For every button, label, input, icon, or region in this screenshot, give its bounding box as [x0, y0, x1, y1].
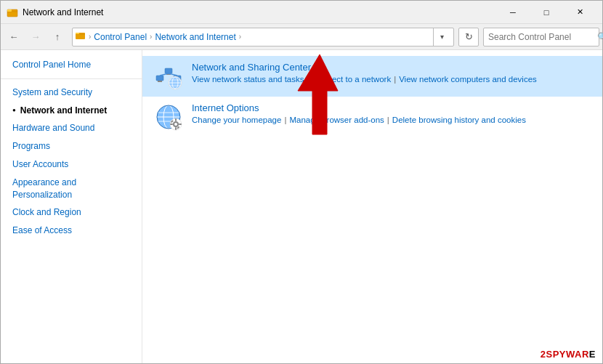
internet-options-icon	[154, 102, 183, 132]
watermark-black: E	[589, 349, 596, 360]
crumb-separator-1: ›	[150, 33, 152, 41]
sidebar-divider-1	[1, 78, 142, 79]
panel-item-internet-options[interactable]: Internet Options Change your homepage | …	[142, 97, 602, 137]
internet-options-title[interactable]: Internet Options	[192, 102, 591, 113]
delete-browsing-history-link[interactable]: Delete browsing history and cookies	[392, 116, 526, 124]
address-bar[interactable]: › Control Panel › Network and Internet ›…	[72, 28, 454, 46]
svg-rect-4	[156, 76, 163, 81]
crumb-network-internet[interactable]: Network and Internet	[155, 32, 235, 42]
link-separator-4: |	[387, 116, 389, 124]
forward-button[interactable]: →	[25, 27, 46, 47]
sidebar-item-control-panel-home[interactable]: Control Panel Home	[1, 56, 142, 74]
sidebar-item-label: Programs	[12, 140, 50, 153]
sidebar-item-ease-of-access[interactable]: Ease of Access	[1, 222, 142, 240]
sidebar-item-network-and-internet[interactable]: Network and Internet	[1, 102, 142, 120]
minimize-button[interactable]: ─	[496, 1, 530, 24]
main-panel: Network and Sharing Center View network …	[142, 50, 602, 363]
sidebar-item-hardware-and-sound[interactable]: Hardware and Sound	[1, 119, 142, 137]
breadcrumb: › Control Panel › Network and Internet ›	[89, 32, 433, 42]
crumb-separator-2: ›	[239, 33, 241, 41]
up-button[interactable]: ↑	[47, 27, 68, 47]
address-folder-icon	[76, 31, 86, 43]
sidebar-item-system-and-security[interactable]: System and Security	[1, 84, 142, 102]
address-dropdown-button[interactable]: ▾	[433, 28, 450, 46]
view-network-computers-link[interactable]: View network computers and devices	[399, 75, 537, 84]
crumb-separator-0: ›	[89, 33, 91, 41]
sidebar-item-label: Appearance and Personalization	[12, 177, 133, 201]
internet-options-links: Change your homepage | Manage browser ad…	[192, 116, 591, 124]
search-bar[interactable]: 🔍	[483, 28, 599, 46]
connect-to-network-link[interactable]: Connect to a network	[312, 75, 391, 84]
sidebar-item-label: Clock and Region	[12, 206, 81, 219]
svg-rect-28	[175, 127, 177, 130]
close-button[interactable]: ✕	[563, 1, 596, 24]
sidebar-item-programs[interactable]: Programs	[1, 137, 142, 155]
crumb-control-panel[interactable]: Control Panel	[94, 32, 147, 42]
svg-rect-29	[170, 124, 173, 125]
sidebar-item-label: Network and Internet	[20, 105, 107, 117]
svg-rect-6	[165, 68, 172, 73]
panel-item-network-sharing-center[interactable]: Network and Sharing Center View network …	[142, 56, 602, 97]
search-icon: 🔍	[597, 32, 603, 42]
network-sharing-center-content: Network and Sharing Center View network …	[192, 62, 591, 84]
window-controls: ─ □ ✕	[496, 1, 596, 24]
network-sharing-center-icon	[154, 62, 183, 91]
internet-options-content: Internet Options Change your homepage | …	[192, 102, 591, 124]
svg-rect-5	[158, 81, 162, 82]
sidebar-item-appearance-and-personalization[interactable]: Appearance and Personalization	[1, 174, 142, 204]
maximize-button[interactable]: □	[530, 1, 563, 24]
refresh-button[interactable]: ↻	[458, 28, 479, 46]
sidebar-item-label: System and Security	[12, 86, 92, 99]
sidebar-item-label: Ease of Access	[12, 225, 72, 237]
network-sharing-center-title[interactable]: Network and Sharing Center	[192, 62, 591, 73]
svg-point-26	[174, 123, 177, 126]
change-homepage-link[interactable]: Change your homepage	[192, 116, 281, 124]
link-separator-3: |	[284, 116, 286, 124]
sidebar-item-label: User Accounts	[12, 158, 68, 171]
view-network-status-link[interactable]: View network status and tasks	[192, 75, 304, 84]
sidebar-item-clock-and-region[interactable]: Clock and Region	[1, 203, 142, 222]
svg-rect-27	[175, 118, 177, 121]
manage-browser-addons-link[interactable]: Manage browser add-ons	[289, 116, 384, 124]
title-bar: Network and Internet ─ □ ✕	[1, 1, 602, 24]
svg-rect-30	[179, 124, 182, 125]
navigation-bar: ← → ↑ › Control Panel › Network and Inte…	[1, 24, 602, 50]
network-sharing-center-links: View network status and tasks | Connect …	[192, 75, 591, 84]
link-separator-2: |	[394, 75, 396, 84]
sidebar-item-label: Hardware and Sound	[12, 122, 94, 134]
link-separator-1: |	[307, 75, 309, 84]
sidebar-item-label: Control Panel Home	[12, 59, 91, 71]
watermark: 2SPYWARE	[541, 349, 596, 360]
watermark-colored: 2SPYWAR	[541, 349, 589, 360]
main-window: Network and Internet ─ □ ✕ ← → ↑ › Contr…	[0, 0, 603, 364]
window-icon	[7, 7, 18, 18]
back-button[interactable]: ←	[4, 27, 24, 47]
sidebar: Control Panel Home System and Security N…	[1, 50, 142, 363]
svg-rect-3	[76, 33, 79, 34]
content-area: Control Panel Home System and Security N…	[1, 50, 602, 363]
sidebar-item-user-accounts[interactable]: User Accounts	[1, 155, 142, 174]
window-title: Network and Internet	[23, 7, 496, 17]
svg-rect-1	[7, 9, 12, 12]
search-input[interactable]	[488, 32, 597, 42]
